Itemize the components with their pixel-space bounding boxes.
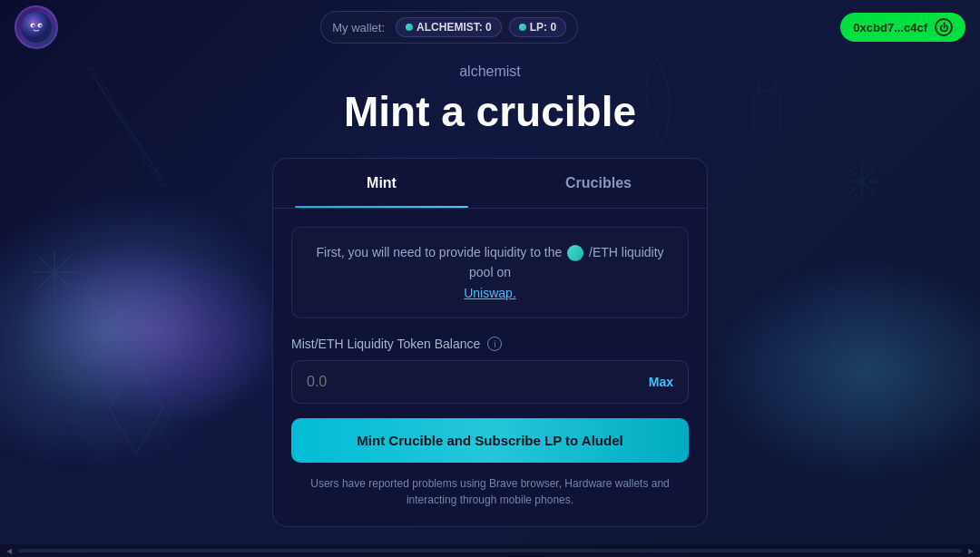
info-box: First, you will need to provide liquidit…: [291, 227, 689, 318]
scroll-left-arrow[interactable]: ◀: [4, 545, 15, 556]
balance-label: Mist/ETH Liquidity Token Balance: [291, 337, 480, 351]
scroll-track[interactable]: [18, 549, 962, 552]
scroll-right-arrow[interactable]: ▶: [965, 545, 976, 556]
lp-badge: LP: 0: [509, 17, 566, 37]
wallet-address-text: 0xcbd7...c4cf: [853, 21, 927, 34]
balance-info-icon[interactable]: i: [487, 337, 502, 351]
tabs: Mint Crucibles: [273, 159, 707, 209]
amount-input[interactable]: [307, 374, 649, 390]
logo: [15, 5, 58, 49]
svg-marker-1: [88, 68, 166, 186]
wallet-info: My wallet: ALCHEMIST: 0 LP: 0: [320, 11, 578, 44]
lp-badge-dot: [519, 24, 526, 31]
balance-label-row: Mist/ETH Liquidity Token Balance i: [291, 337, 689, 351]
power-icon: ⏻: [935, 18, 953, 36]
card-body: First, you will need to provide liquidit…: [273, 209, 707, 526]
svg-rect-10: [759, 77, 775, 95]
main-card: Mint Crucibles First, you will need to p…: [272, 158, 708, 527]
tab-crucibles[interactable]: Crucibles: [490, 159, 707, 208]
main-content: alchemist Mint a crucible Mint Crucibles…: [263, 64, 717, 527]
wallet-label: My wallet:: [332, 21, 385, 34]
hero-subtitle: alchemist: [459, 64, 521, 80]
info-prefix: First, you will need to provide liquidit…: [316, 245, 565, 259]
uniswap-link[interactable]: Uniswap.: [464, 286, 516, 300]
scrollbar: ◀ ▶: [0, 544, 980, 557]
svg-point-17: [21, 12, 52, 43]
token-icon: [567, 245, 583, 261]
tab-mint[interactable]: Mint: [273, 159, 490, 208]
svg-point-21: [40, 24, 42, 26]
max-button[interactable]: Max: [649, 375, 673, 389]
alchemist-badge: ALCHEMIST: 0: [396, 17, 502, 37]
warning-text: Users have reported problems using Brave…: [291, 475, 689, 508]
amount-input-row: Max: [291, 360, 689, 404]
topbar: My wallet: ALCHEMIST: 0 LP: 0 0xcbd7...c…: [0, 0, 980, 54]
logo-area: [15, 5, 58, 49]
hero-title: Mint a crucible: [344, 87, 636, 136]
svg-point-20: [33, 24, 34, 26]
mint-button[interactable]: Mint Crucible and Subscribe LP to Aludel: [291, 418, 689, 463]
svg-rect-9: [753, 91, 780, 136]
alchemist-badge-dot: [406, 24, 413, 31]
wallet-address-button[interactable]: 0xcbd7...c4cf ⏻: [840, 13, 965, 42]
